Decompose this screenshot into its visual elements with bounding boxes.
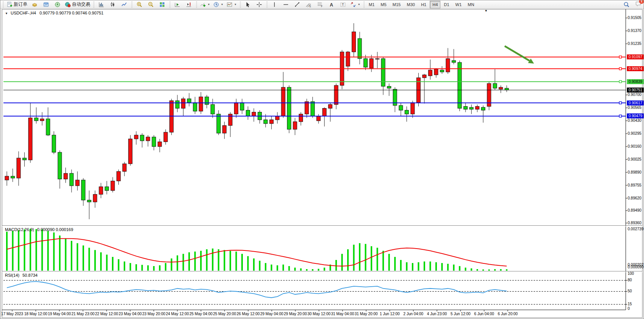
- fibonacci-button[interactable]: F: [314, 0, 326, 9]
- candle-body: [240, 102, 244, 110]
- timeframe-d1-button[interactable]: D1: [441, 1, 452, 8]
- candle-body: [5, 176, 9, 180]
- navigator-icon: [54, 2, 61, 8]
- price-tick-label: 0.90025: [628, 157, 641, 161]
- timeframe-m30-button[interactable]: M30: [404, 1, 418, 8]
- timeframe-h4-button[interactable]: H4: [430, 1, 440, 8]
- chat-button[interactable]: 1: [635, 1, 641, 8]
- candle-body: [11, 176, 14, 178]
- vertical-line-button[interactable]: [269, 0, 280, 9]
- search-button[interactable]: [621, 0, 632, 9]
- time-axis-label: 29 May 20:00: [284, 312, 307, 316]
- templates-button[interactable]: ▼: [225, 0, 238, 9]
- zoom-out-button[interactable]: [145, 0, 156, 9]
- toolbar-grip[interactable]: [169, 2, 171, 8]
- candle-body: [64, 173, 68, 179]
- rsi-indicator-label: RSI(14) 50.8734: [5, 273, 38, 278]
- auto-scroll-button[interactable]: [172, 0, 183, 9]
- zoom-in-button[interactable]: [134, 0, 145, 9]
- line-handle[interactable]: [619, 115, 622, 117]
- rsi-axis-label: 50: [628, 289, 632, 293]
- candle-body: [287, 87, 291, 129]
- candle-body: [193, 102, 197, 111]
- chevron-down-icon[interactable]: ▼: [221, 3, 223, 6]
- zoom-out-icon: [148, 2, 154, 8]
- candle-body: [140, 135, 144, 141]
- cursor-button[interactable]: [242, 0, 253, 9]
- rsi-panel-splitter[interactable]: [2, 271, 642, 271]
- chart-shift-button[interactable]: [183, 0, 194, 9]
- text-button[interactable]: A: [326, 0, 337, 9]
- candle-body: [464, 107, 467, 110]
- tile-windows-button[interactable]: [156, 0, 168, 9]
- data-window-button[interactable]: [40, 0, 52, 9]
- timeframe-mn-button[interactable]: MN: [465, 1, 477, 8]
- crosshair-button[interactable]: [253, 0, 265, 9]
- candlestick-chart-button[interactable]: [107, 0, 118, 9]
- toolbar-grip[interactable]: [196, 2, 197, 8]
- line-chart-icon: [121, 2, 127, 8]
- timeframe-m15-button[interactable]: M15: [390, 1, 403, 8]
- macd-name: MACD(12,26,9): [5, 227, 34, 232]
- time-axis-label: 6 Jun 04:00: [474, 312, 494, 316]
- toolbar-grip[interactable]: [93, 2, 94, 8]
- rsi-line: [7, 281, 507, 298]
- scroll-to-end-marker[interactable]: ▼: [485, 9, 488, 13]
- collapse-icon[interactable]: ▼: [5, 12, 8, 15]
- candle-body: [481, 107, 485, 110]
- candle-body: [299, 114, 303, 122]
- time-axis-label: 23 May 04:00: [119, 312, 142, 316]
- toolbar-grip[interactable]: [266, 2, 268, 8]
- candle-body: [322, 108, 326, 116]
- toolbar-grip[interactable]: [3, 2, 4, 8]
- navigator-button[interactable]: [52, 0, 63, 9]
- toolbar: 新订单自动交易▼▼▼EFAT▼M1M5M15M30H1H4D1W1MN1: [0, 0, 644, 9]
- time-axis-label: 5 Jun 12:00: [451, 312, 470, 316]
- autotrading-button[interactable]: 自动交易: [63, 0, 92, 9]
- line-handle[interactable]: [619, 56, 622, 58]
- timeframe-m1-button[interactable]: M1: [366, 1, 377, 8]
- candle-body: [411, 102, 414, 114]
- timeframe-w1-button[interactable]: W1: [453, 1, 464, 8]
- candle-body: [29, 118, 32, 160]
- indicators-button[interactable]: ▼: [198, 0, 212, 9]
- time-axis-label: 31 May 04:00: [331, 312, 354, 316]
- time-axis-label: 17 May 2023: [1, 312, 23, 316]
- horizontal-line-button[interactable]: [280, 0, 292, 9]
- line-handle[interactable]: [619, 102, 622, 104]
- ohlc-values: 0.90779 0.90779 0.90746 0.90751: [40, 11, 104, 15]
- chevron-down-icon[interactable]: ▼: [207, 3, 210, 6]
- crosshair-icon: [256, 2, 262, 8]
- toolbar-grip[interactable]: [131, 2, 132, 8]
- market-watch-button[interactable]: [29, 0, 40, 9]
- candle-body: [134, 135, 138, 139]
- periods-button[interactable]: ▼: [212, 0, 225, 9]
- line-handle[interactable]: [619, 68, 622, 70]
- equidistant-channel-button[interactable]: E: [303, 0, 314, 9]
- toolbar-grip[interactable]: [363, 2, 365, 8]
- toolbar-grip[interactable]: [240, 2, 241, 8]
- time-axis-label: 23 May 20:00: [142, 312, 166, 316]
- rsi-axis-label: 100: [628, 271, 634, 276]
- trendline-button[interactable]: [292, 0, 303, 9]
- chevron-down-icon[interactable]: ▼: [234, 3, 237, 6]
- bar-chart-button[interactable]: [96, 0, 107, 9]
- price-tick-label: 0.89490: [628, 208, 641, 212]
- candle-body: [223, 126, 226, 133]
- annotation-arrow[interactable]: [505, 46, 529, 61]
- timeframe-m5-button[interactable]: M5: [378, 1, 389, 8]
- chevron-down-icon[interactable]: ▼: [358, 3, 360, 6]
- new-order-button[interactable]: 新订单: [5, 0, 29, 9]
- line-handle[interactable]: [619, 80, 622, 83]
- candle-body: [334, 85, 338, 104]
- candle-body: [281, 87, 285, 116]
- text-label-button[interactable]: T: [337, 0, 349, 9]
- candle-body: [428, 70, 432, 76]
- macd-panel-splitter[interactable]: [2, 225, 642, 226]
- arrows-button[interactable]: ▼: [349, 0, 362, 9]
- candle-body: [440, 70, 444, 72]
- timeframe-h1-button[interactable]: H1: [418, 1, 429, 8]
- notification-badge: 1: [639, 0, 644, 4]
- line-chart-button[interactable]: [118, 0, 130, 9]
- candle-body: [387, 86, 391, 88]
